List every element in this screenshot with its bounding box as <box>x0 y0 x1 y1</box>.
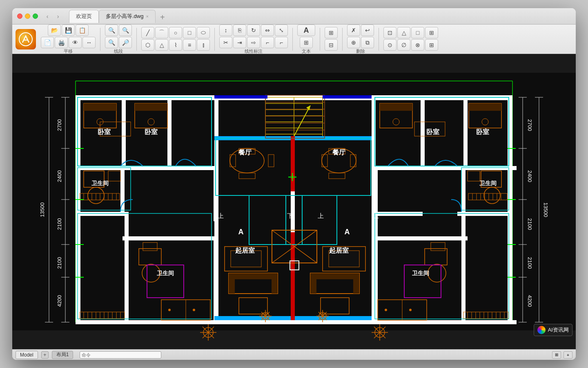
mtext-button[interactable]: ⊞ <box>300 37 313 48</box>
zoom-in-button[interactable]: 🔍 <box>105 25 118 36</box>
svg-rect-77 <box>508 212 512 322</box>
mline-button[interactable]: ⫿ <box>197 39 210 51</box>
minimize-button[interactable] <box>25 13 30 19</box>
svg-rect-269 <box>323 95 372 99</box>
chamfer-button[interactable]: ⌐ <box>275 37 288 48</box>
block-button[interactable]: ⧉ <box>361 37 374 48</box>
svg-rect-63 <box>122 236 218 240</box>
svg-rect-76 <box>374 212 378 322</box>
svg-rect-73 <box>374 212 423 216</box>
trim-button[interactable]: ✂ <box>219 37 232 48</box>
floor-plan-svg: 2700 2400 2100 2100 4200 13500 <box>12 54 576 349</box>
viewport-settings-button[interactable]: ⊞ <box>552 351 561 359</box>
sep2 <box>136 28 137 51</box>
app-logo <box>16 29 36 49</box>
tab-add-button[interactable]: + <box>157 12 168 23</box>
print-button[interactable]: 🖨️ <box>55 37 68 48</box>
back-button[interactable]: ‹ <box>43 12 52 21</box>
tab-dwg[interactable]: 多层小高等.dwg × <box>99 10 156 23</box>
open-button[interactable]: 📂 <box>48 25 61 36</box>
prop3-button[interactable]: □ <box>411 27 424 38</box>
svg-text:2400: 2400 <box>56 171 62 182</box>
tab-model[interactable]: Model <box>16 351 38 359</box>
modify-label: 线性标注 <box>245 49 263 54</box>
toolbar-table-group: ⊞ ⊟ <box>323 27 339 52</box>
svg-rect-74 <box>457 212 512 216</box>
close-button[interactable] <box>17 13 22 19</box>
traffic-lights <box>17 13 38 19</box>
zoom-out-button[interactable]: 🔍 <box>119 25 132 36</box>
svg-text:2100: 2100 <box>527 257 533 269</box>
explode-button[interactable]: ⊕ <box>347 37 360 48</box>
tab-close-icon[interactable]: × <box>146 14 148 19</box>
new-button[interactable]: 📄 <box>41 37 54 48</box>
svg-text:卧室: 卧室 <box>98 128 111 135</box>
svg-text:A: A <box>345 228 350 236</box>
prop6-button[interactable]: ∅ <box>397 39 410 51</box>
maximize-button[interactable] <box>33 13 38 19</box>
fillet-button[interactable]: ⌐ <box>261 37 274 48</box>
zoom-extent-button[interactable]: 🔍 <box>105 37 118 48</box>
prop5-button[interactable]: ⊙ <box>383 39 396 51</box>
tab-layout1[interactable]: 布局1 <box>52 351 74 359</box>
scale-button[interactable]: ⤡ <box>275 25 288 36</box>
command-input[interactable] <box>80 351 161 359</box>
copy-button[interactable]: ⎘ <box>233 25 246 36</box>
svg-rect-157 <box>469 103 501 111</box>
table2-button[interactable]: ⊟ <box>325 39 338 51</box>
prop1-button[interactable]: ⊡ <box>383 27 396 38</box>
svg-rect-142 <box>272 273 278 294</box>
arrow-button[interactable]: ↔ <box>82 37 96 48</box>
move-button[interactable]: ↕ <box>219 25 232 36</box>
svg-rect-98 <box>84 103 116 111</box>
save-button[interactable]: 💾 <box>62 25 75 36</box>
watermark-icon <box>537 326 546 334</box>
spline-button[interactable]: ⌇ <box>169 39 182 51</box>
hatch-button[interactable]: ≡ <box>183 39 196 51</box>
toolbar-draw-group: ╱ ⌒ ○ □ ⬭ ⬡ △ ⌇ ≡ ⫿ <box>140 27 212 52</box>
bottombar: Model + 布局1 ⊞ + <box>12 349 576 360</box>
svg-rect-101 <box>135 103 167 111</box>
nav-arrows: ‹ › <box>43 12 62 21</box>
watermark: AI资讯网 <box>534 324 572 336</box>
mirror-button[interactable]: ⇔ <box>261 25 274 36</box>
prop4-button[interactable]: ⊞ <box>425 27 438 38</box>
triangle-button[interactable]: △ <box>155 39 168 51</box>
arc-button[interactable]: ⌒ <box>155 27 168 38</box>
zoom-window-button[interactable]: 🔎 <box>119 37 132 48</box>
circle-button[interactable]: ○ <box>169 27 182 38</box>
add-viewport-button[interactable]: + <box>564 351 572 359</box>
tab-add-layout-button[interactable]: + <box>41 351 49 359</box>
prop8-button[interactable]: ⊞ <box>425 39 438 51</box>
svg-text:2100: 2100 <box>527 218 533 230</box>
erase-button[interactable]: ✗ <box>347 25 360 36</box>
printprev-button[interactable]: 👁 <box>69 37 82 48</box>
toolbar-props-group: ⊡ △ □ ⊞ ⊙ ∅ ⊗ ⊞ <box>382 27 440 52</box>
extend-button[interactable]: ⇥ <box>233 37 246 48</box>
svg-text:2700: 2700 <box>527 119 533 131</box>
prop7-button[interactable]: ⊗ <box>411 39 424 51</box>
drawing-area[interactable]: 2700 2400 2100 2100 4200 13500 <box>12 54 576 349</box>
tab-bar: 欢迎页 多层小高等.dwg × + <box>69 10 571 23</box>
saveas-button[interactable]: 📋 <box>76 25 89 36</box>
rect-button[interactable]: □ <box>183 27 196 38</box>
undo-button[interactable]: ↩ <box>361 25 374 36</box>
toolbar-zoom-group: 🔍 🔍 🔍 🔎 线段 <box>103 25 134 54</box>
svg-rect-86 <box>463 95 468 167</box>
poly-button[interactable]: ⬡ <box>141 39 154 51</box>
titlebar: ‹ › 欢迎页 多层小高等.dwg × + <box>12 8 576 25</box>
tab-welcome[interactable]: 欢迎页 <box>69 10 99 23</box>
offset-button[interactable]: ⇨ <box>247 37 260 48</box>
rotate-button[interactable]: ↻ <box>247 25 260 36</box>
svg-point-210 <box>168 309 171 311</box>
forward-button[interactable]: › <box>53 12 62 21</box>
svg-text:卧室: 卧室 <box>426 128 439 135</box>
line-button[interactable]: ╱ <box>141 27 154 38</box>
ellipse-button[interactable]: ⬭ <box>197 27 210 38</box>
text-button[interactable]: A <box>297 25 315 36</box>
tab-layout1-label: 布局1 <box>56 351 69 358</box>
zoom-label: 线段 <box>114 49 123 54</box>
svg-rect-52 <box>167 95 172 167</box>
table-button[interactable]: ⊞ <box>325 27 338 38</box>
prop2-button[interactable]: △ <box>397 27 410 38</box>
